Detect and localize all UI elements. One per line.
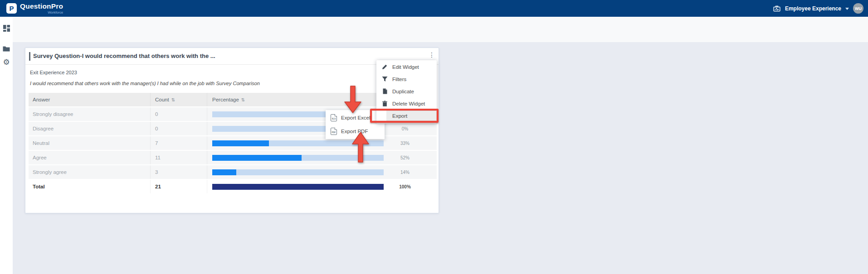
gear-icon[interactable]: ⚙	[2, 58, 10, 66]
briefcase-icon	[773, 5, 781, 13]
trash-icon	[382, 101, 388, 106]
funnel-icon	[382, 76, 388, 82]
pdf-file-icon: PDF	[331, 128, 337, 135]
sort-icon[interactable]: ⇅	[241, 97, 245, 102]
table-row: Agree 11 52%	[29, 151, 437, 164]
results-table: Answer Count ⇅ Percentage ⇅ Strongly dis…	[29, 93, 437, 193]
annotation-arrow-down-icon	[343, 86, 362, 114]
menu-item-duplicate[interactable]: Duplicate	[376, 85, 437, 97]
sort-icon[interactable]: ⇅	[171, 97, 175, 102]
annotation-arrow-up-icon	[351, 131, 370, 163]
menu-item-filters[interactable]: Filters	[376, 73, 437, 85]
menu-item-edit-widget[interactable]: Edit Widget	[376, 61, 437, 73]
workspace-selector-label[interactable]: Employee Experience	[785, 5, 841, 12]
bar	[212, 169, 384, 175]
table-total-row: Total 21 100%	[29, 180, 437, 193]
questionpro-logo-icon: P	[6, 3, 17, 14]
folder-icon[interactable]	[2, 44, 10, 53]
table-header-row: Answer Count ⇅ Percentage ⇅	[29, 93, 437, 106]
column-header-answer: Answer	[29, 97, 150, 102]
duplicate-icon	[382, 88, 388, 94]
table-row: Strongly agree 3 14%	[29, 165, 437, 179]
brand-logo[interactable]: P QuestionPro Workforce	[6, 3, 63, 14]
chevron-down-icon[interactable]	[845, 8, 849, 10]
survey-name: Exit Experience 2023	[30, 70, 77, 75]
brand-name: QuestionPro	[20, 3, 63, 10]
survey-question: I would recommend that others work with …	[30, 81, 260, 86]
dashboard-icon[interactable]	[2, 24, 10, 32]
page-header	[13, 17, 868, 42]
column-header-count[interactable]: Count ⇅	[150, 93, 207, 106]
kebab-menu-icon[interactable]: ⋮	[428, 51, 435, 58]
pencil-icon	[382, 64, 388, 70]
left-sidebar: ⚙	[0, 17, 13, 274]
annotation-highlight-box	[370, 109, 439, 123]
top-bar: P QuestionPro Workforce Employee Experie…	[0, 0, 868, 17]
bar	[212, 184, 384, 190]
brand-subtitle: Workforce	[48, 11, 63, 14]
widget-title: Survey Question-I would recommend that o…	[33, 53, 215, 59]
xls-file-icon: XLS	[331, 114, 337, 121]
menu-item-delete-widget[interactable]: Delete Widget	[376, 97, 437, 110]
avatar[interactable]: WU	[853, 3, 863, 14]
title-accent-bar	[29, 52, 30, 61]
